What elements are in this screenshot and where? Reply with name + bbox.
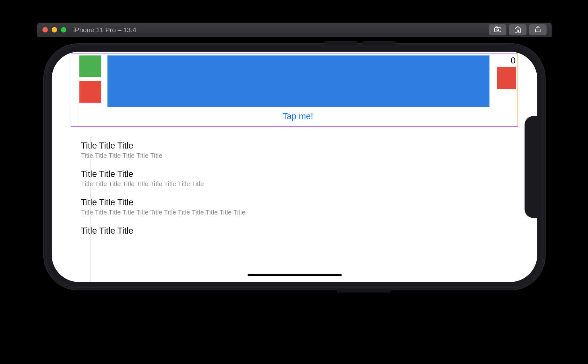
volume-down-button[interactable] <box>362 41 396 45</box>
share-button[interactable] <box>529 24 547 35</box>
side-button[interactable] <box>337 289 391 293</box>
camera-icon <box>494 25 502 34</box>
svg-point-1 <box>497 29 499 31</box>
device-screen[interactable]: 0 Tap me! Title Title Title Title Title … <box>52 52 537 282</box>
cell-subtitle: Title Title Title Title Title Title <box>81 152 509 159</box>
svg-rect-0 <box>495 28 501 32</box>
cell-title: Title Title Title <box>81 141 509 151</box>
scrollbar[interactable] <box>91 137 91 282</box>
cell-subtitle: Title Title Title Title Title Title Titl… <box>81 209 509 216</box>
minimize-icon[interactable] <box>52 27 57 33</box>
list-item[interactable]: Title Title Title Title Title Title Titl… <box>81 137 509 165</box>
close-icon[interactable] <box>42 27 48 33</box>
counter-value: 0 <box>511 55 516 67</box>
cell-title: Title Title Title <box>81 169 509 179</box>
blue-block <box>107 55 489 107</box>
traffic-lights <box>42 27 66 33</box>
device-notch <box>525 116 537 218</box>
cell-title: Title Title Title <box>81 226 509 236</box>
cell-title: Title Title Title <box>81 198 509 207</box>
tap-button[interactable]: Tap me! <box>78 108 518 126</box>
cell-subtitle: Title Title Title Title Title Title Titl… <box>81 180 509 188</box>
table-view[interactable]: Title Title Title Title Title Title Titl… <box>71 137 518 236</box>
home-button[interactable] <box>509 24 526 35</box>
list-item[interactable]: Title Title Title Title Title Title Titl… <box>81 165 509 193</box>
debug-inner-bounds: 0 Tap me! <box>78 54 518 126</box>
red-square-right <box>497 67 516 89</box>
screenshot-button[interactable] <box>489 24 506 35</box>
list-item[interactable]: Title Title Title <box>81 222 509 236</box>
home-icon <box>514 25 522 34</box>
debug-outer-bounds: 0 Tap me! <box>71 54 518 127</box>
list-item[interactable]: Title Title Title Title Title Title Titl… <box>81 193 509 222</box>
share-icon <box>534 25 542 34</box>
volume-up-button[interactable] <box>324 41 357 45</box>
simulator-window: iPhone 11 Pro – 13.4 <box>37 22 552 37</box>
left-column <box>79 55 102 103</box>
home-indicator[interactable] <box>247 274 342 276</box>
device-frame: 0 Tap me! Title Title Title Title Title … <box>43 43 546 290</box>
window-title: iPhone 11 Pro – 13.4 <box>73 26 136 34</box>
zoom-icon[interactable] <box>61 27 66 33</box>
safe-area: 0 Tap me! Title Title Title Title Title … <box>71 54 518 282</box>
green-square <box>79 55 101 77</box>
red-square-left <box>79 81 101 103</box>
titlebar: iPhone 11 Pro – 13.4 <box>37 22 552 37</box>
header-section: 0 <box>78 54 518 108</box>
right-column: 0 <box>495 55 516 89</box>
